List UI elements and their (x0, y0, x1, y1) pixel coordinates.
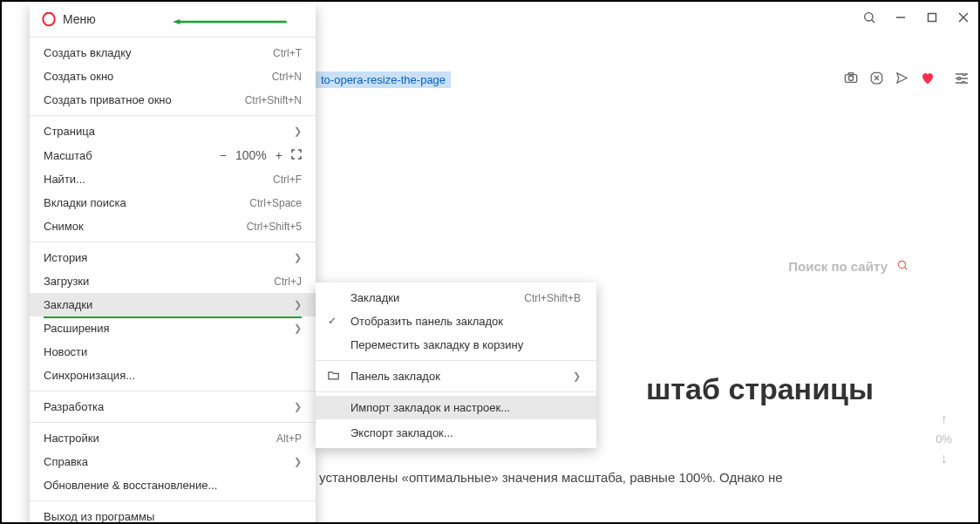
submenu-item-move-trash[interactable]: Переместить закладку в корзину (316, 333, 596, 357)
submenu-item-bar[interactable]: Панель закладок❯ (316, 364, 596, 388)
menu-item-dev[interactable]: Разработка❯ (30, 395, 316, 419)
check-icon: ✓ (328, 315, 337, 327)
page-heading-fragment: штаб страницы (646, 372, 874, 406)
fullscreen-icon[interactable] (291, 148, 302, 162)
close-icon[interactable] (956, 10, 971, 25)
menu-title: Меню (63, 12, 96, 26)
menu-header[interactable]: Меню (30, 3, 316, 33)
submenu-item-export[interactable]: Экспорт закладок... (316, 421, 596, 445)
zoom-out-button[interactable]: − (220, 148, 227, 162)
search-icon[interactable] (861, 10, 877, 25)
menu-item-settings[interactable]: НастройкиAlt+P (30, 426, 316, 450)
bookmarks-submenu: ЗакладкиCtrl+Shift+B ✓Отобразить панель … (316, 282, 596, 448)
chevron-right-icon: ❯ (294, 323, 302, 334)
folder-icon (328, 371, 339, 383)
svg-line-20 (904, 267, 907, 269)
svg-point-17 (958, 78, 961, 80)
camera-icon[interactable] (844, 71, 858, 87)
menu-item-update[interactable]: Обновление & восстановление... (30, 473, 316, 497)
menu-item-sync[interactable]: Синхронизация... (30, 364, 316, 387)
menu-item-extensions[interactable]: Расширения❯ (30, 316, 316, 340)
chevron-right-icon: ❯ (294, 299, 302, 310)
menu-item-find[interactable]: Найти...Ctrl+F (30, 167, 316, 191)
minimize-icon[interactable] (893, 10, 909, 25)
chevron-right-icon: ❯ (294, 252, 302, 263)
site-search-placeholder: Поиск по сайту (788, 259, 888, 274)
scroll-indicator[interactable]: ↑ 0% ↓ (936, 412, 952, 466)
easy-setup-icon[interactable] (956, 71, 968, 87)
zoom-value: 100% (235, 148, 267, 162)
site-search[interactable]: Поиск по сайту (788, 259, 909, 274)
zoom-in-button[interactable]: + (276, 148, 282, 162)
svg-point-0 (865, 13, 873, 21)
heart-icon[interactable] (921, 71, 935, 88)
menu-item-help[interactable]: Справка❯ (30, 450, 316, 473)
svg-marker-12 (897, 72, 907, 82)
chevron-right-icon: ❯ (294, 126, 302, 137)
submenu-item-show-bar[interactable]: ✓Отобразить панель закладок (316, 310, 596, 333)
svg-line-1 (872, 20, 875, 23)
send-icon[interactable] (895, 71, 909, 88)
arrow-down-icon: ↓ (941, 451, 948, 466)
chevron-right-icon: ❯ (573, 371, 581, 382)
svg-point-19 (898, 261, 905, 268)
submenu-item-bookmarks[interactable]: ЗакладкиCtrl+Shift+B (316, 286, 596, 310)
menu-item-bookmarks[interactable]: Закладки❯ (30, 293, 316, 316)
svg-point-16 (963, 73, 966, 76)
page-body-fragment: нию установлены «оптимальные» значения м… (291, 468, 935, 488)
zoom-percent-label: 0% (936, 432, 952, 446)
submenu-item-import[interactable]: Импорт закладок и настроек... (316, 396, 596, 419)
menu-item-snapshot[interactable]: СнимокCtrl+Shift+5 (30, 214, 316, 238)
opera-main-menu: Меню Создать вкладкуCtrl+T Создать окноC… (30, 3, 316, 524)
menu-item-search-tabs[interactable]: Вкладки поискаCtrl+Space (30, 191, 316, 214)
maximize-icon[interactable] (924, 10, 940, 25)
menu-item-downloads[interactable]: ЗагрузкиCtrl+J (30, 269, 316, 293)
arrow-up-icon: ↑ (941, 412, 948, 427)
menu-item-new-window[interactable]: Создать окноCtrl+N (30, 65, 316, 88)
menu-item-new-private[interactable]: Создать приватное окноCtrl+Shift+N (30, 88, 316, 112)
svg-rect-3 (929, 14, 936, 22)
svg-point-7 (848, 76, 853, 80)
url-fragment[interactable]: to-opera-resize-the-page (316, 71, 451, 88)
chevron-right-icon: ❯ (294, 456, 302, 467)
menu-item-page[interactable]: Страница❯ (30, 119, 316, 143)
menu-item-news[interactable]: Новости (30, 340, 316, 364)
menu-item-exit[interactable]: Выход из программы (30, 505, 316, 524)
menu-item-zoom[interactable]: Масштаб − 100% + (30, 143, 316, 167)
opera-logo-icon (42, 12, 56, 26)
block-icon[interactable] (870, 71, 883, 88)
menu-item-new-tab[interactable]: Создать вкладкуCtrl+T (30, 41, 316, 65)
search-icon (896, 259, 909, 274)
svg-point-21 (43, 13, 54, 26)
chevron-right-icon: ❯ (294, 401, 302, 412)
zoom-controls: − 100% + (220, 148, 302, 162)
svg-point-18 (963, 82, 965, 85)
svg-rect-8 (848, 73, 853, 75)
address-right-icons (844, 71, 968, 88)
menu-item-history[interactable]: История❯ (30, 246, 316, 269)
